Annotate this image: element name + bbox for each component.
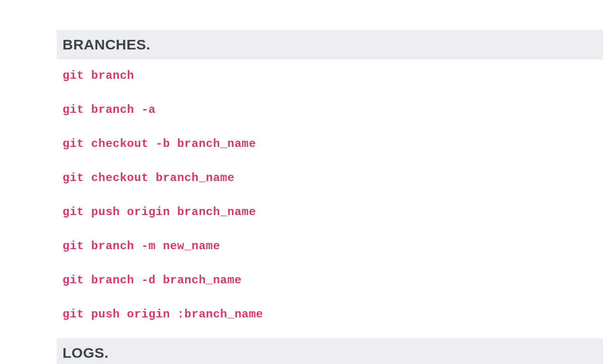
section-title: Logs. (63, 345, 597, 361)
command-item: git branch -d branch_name (63, 274, 597, 287)
logs-section: Logs. (57, 338, 603, 364)
command-item: git branch -a (63, 103, 597, 116)
section-title: Branches. (63, 36, 597, 53)
command-list-branches: git branch git branch -a git checkout -b… (57, 60, 603, 338)
command-item: git checkout branch_name (63, 171, 597, 184)
section-header-logs: Logs. (57, 338, 603, 364)
command-item: git checkout -b branch_name (63, 137, 597, 150)
command-item: git push origin branch_name (63, 206, 597, 218)
branches-section: Branches. git branch git branch -a git c… (57, 30, 603, 338)
command-item: git branch -m new_name (63, 240, 597, 253)
command-item: git branch (63, 69, 597, 82)
section-header-branches: Branches. (57, 30, 603, 60)
command-item: git push origin :branch_name (63, 308, 597, 321)
